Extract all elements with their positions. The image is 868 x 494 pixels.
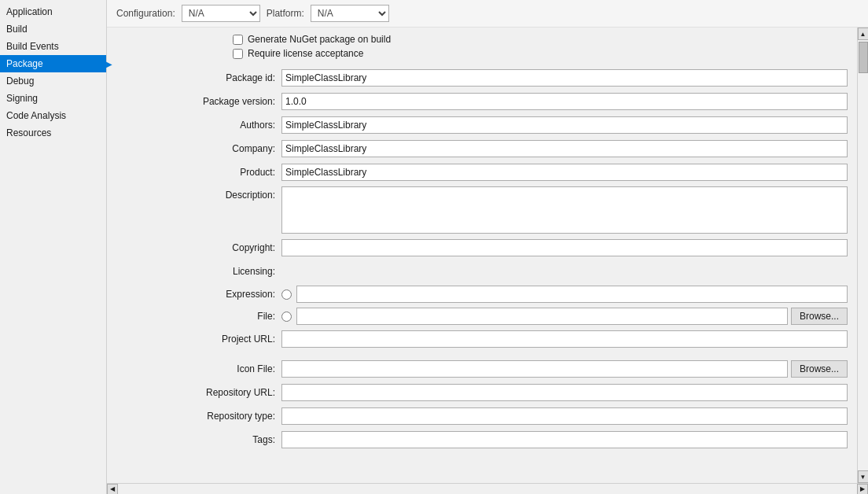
- generate-nuget-checkbox-row[interactable]: Generate NuGet package on build: [233, 34, 848, 45]
- project-url-input[interactable]: [281, 330, 848, 348]
- repository-url-label: Repository URL:: [116, 387, 281, 398]
- description-row: Description:: [116, 186, 848, 234]
- sidebar-item-signing[interactable]: Signing: [0, 90, 106, 107]
- configuration-label: Configuration:: [116, 8, 175, 19]
- authors-label: Authors:: [116, 120, 281, 131]
- product-input[interactable]: [281, 164, 848, 181]
- top-bar: Configuration: N/A Platform: N/A: [107, 0, 868, 28]
- scroll-thumb[interactable]: [859, 42, 868, 73]
- sidebar-item-build-events[interactable]: Build Events: [0, 38, 106, 55]
- platform-select[interactable]: N/A: [311, 5, 389, 22]
- company-input[interactable]: [281, 140, 848, 157]
- scroll-right-button[interactable]: ▶: [857, 484, 868, 495]
- copyright-row: Copyright:: [116, 238, 848, 257]
- sidebar: Application Build Build Events Package D…: [0, 0, 107, 494]
- package-version-input[interactable]: [281, 93, 848, 110]
- scroll-left-button[interactable]: ◀: [107, 484, 118, 495]
- file-input-group: Browse...: [296, 308, 848, 325]
- vertical-scrollbar: ▲ ▼: [857, 28, 868, 483]
- tags-input[interactable]: [281, 431, 848, 448]
- require-license-label: Require license acceptance: [248, 48, 363, 59]
- project-url-row: Project URL:: [116, 330, 848, 348]
- licensing-row: Licensing:: [116, 262, 848, 281]
- generate-nuget-label: Generate NuGet package on build: [248, 34, 391, 45]
- configuration-select[interactable]: N/A: [182, 5, 260, 22]
- icon-file-input[interactable]: [281, 360, 788, 378]
- copyright-label: Copyright:: [116, 242, 281, 253]
- expression-input[interactable]: [296, 286, 848, 303]
- require-license-checkbox[interactable]: [233, 49, 243, 59]
- content-inner: Generate NuGet package on build Require …: [107, 28, 868, 483]
- repository-type-input[interactable]: [281, 407, 848, 425]
- expression-radio[interactable]: [281, 289, 292, 300]
- icon-browse-button[interactable]: Browse...: [791, 360, 848, 378]
- require-license-checkbox-row[interactable]: Require license acceptance: [233, 48, 848, 59]
- tags-label: Tags:: [116, 434, 281, 445]
- licensing-label: Licensing:: [116, 266, 281, 277]
- scroll-up-button[interactable]: ▲: [858, 28, 869, 40]
- package-id-input[interactable]: [281, 69, 848, 87]
- sidebar-item-debug[interactable]: Debug: [0, 72, 106, 90]
- product-label: Product:: [116, 167, 281, 178]
- authors-input[interactable]: [281, 116, 848, 134]
- description-textarea[interactable]: [281, 186, 848, 234]
- package-id-label: Package id:: [116, 72, 281, 83]
- company-row: Company:: [116, 139, 848, 158]
- sidebar-item-code-analysis[interactable]: Code Analysis: [0, 107, 106, 124]
- repository-type-row: Repository type:: [116, 407, 848, 426]
- file-input[interactable]: [296, 308, 788, 325]
- horizontal-scrollbar: ◀ ▶: [107, 483, 868, 494]
- package-id-row: Package id:: [116, 68, 848, 87]
- file-content: Browse...: [281, 308, 848, 325]
- horizontal-scroll-track: [118, 484, 857, 495]
- sidebar-item-package[interactable]: Package: [0, 55, 106, 72]
- project-url-label: Project URL:: [116, 334, 281, 345]
- sidebar-item-build[interactable]: Build: [0, 20, 106, 38]
- repository-url-row: Repository URL:: [116, 383, 848, 402]
- generate-nuget-checkbox[interactable]: [233, 35, 243, 45]
- package-version-row: Package version:: [116, 92, 848, 111]
- expression-content: [281, 286, 848, 303]
- tags-row: Tags:: [116, 430, 848, 449]
- package-version-label: Package version:: [116, 96, 281, 107]
- repository-type-label: Repository type:: [116, 411, 281, 422]
- content-area: Configuration: N/A Platform: N/A Generat…: [107, 0, 868, 494]
- platform-label: Platform:: [267, 8, 304, 19]
- form-area: Generate NuGet package on build Require …: [107, 28, 857, 483]
- sidebar-item-application[interactable]: Application: [0, 3, 106, 20]
- scroll-down-button[interactable]: ▼: [858, 470, 869, 483]
- icon-file-label: Icon File:: [116, 363, 281, 374]
- file-browse-button[interactable]: Browse...: [791, 308, 848, 325]
- copyright-input[interactable]: [281, 239, 848, 256]
- company-label: Company:: [116, 143, 281, 154]
- expression-label: Expression:: [116, 289, 281, 300]
- file-radio[interactable]: [281, 312, 292, 322]
- file-row: File: Browse...: [116, 308, 848, 325]
- expression-row: Expression:: [116, 286, 848, 303]
- icon-file-input-group: Browse...: [281, 360, 848, 378]
- file-label: File:: [116, 311, 281, 322]
- icon-file-row: Icon File: Browse...: [116, 359, 848, 378]
- description-label: Description:: [116, 186, 281, 201]
- sidebar-item-resources[interactable]: Resources: [0, 124, 106, 142]
- repository-url-input[interactable]: [281, 384, 848, 401]
- authors-row: Authors:: [116, 116, 848, 135]
- product-row: Product:: [116, 163, 848, 182]
